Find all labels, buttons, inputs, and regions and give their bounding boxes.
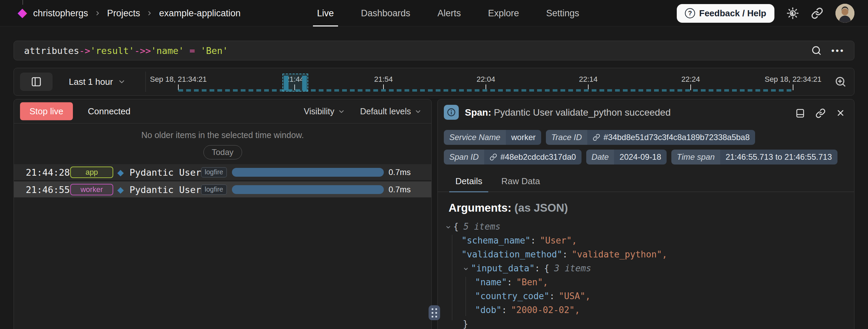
share-link-icon[interactable] (811, 7, 823, 19)
row-timestamp: 21:46:55 (26, 184, 70, 195)
breadcrumb: ◆ christophergs Projects example-applica… (18, 0, 240, 26)
span-id-badge[interactable]: Span ID #48eb2cdcdc317da0 (444, 150, 581, 164)
query-token: -> (79, 45, 91, 56)
span-diamond-icon: ◆ (117, 167, 124, 177)
stop-live-button[interactable]: Stop live (20, 102, 73, 120)
default-levels-dropdown[interactable]: Default levels (360, 107, 422, 116)
span-diamond-icon: ◆ (117, 185, 124, 194)
time-span-badge: Time span 21:46:55.713 to 21:46:55.713 (671, 150, 837, 164)
json-line: "validation_method":"validate_python", (445, 248, 854, 262)
user-avatar[interactable] (835, 4, 854, 23)
service-badge: worker (70, 184, 113, 195)
live-view-panel: Stop live Connected Visibility Default l… (14, 99, 432, 329)
tab-details[interactable]: Details (455, 176, 482, 192)
collapse-caret-icon[interactable] (445, 224, 452, 230)
json-line: "dob":"2000-02-02", (445, 303, 854, 317)
histogram-bar (302, 76, 307, 91)
service-badge: app (70, 167, 113, 178)
link-icon (593, 134, 600, 141)
logfire-tag: logfire (201, 185, 227, 195)
chevron-down-icon (338, 108, 345, 115)
search-icon[interactable] (811, 45, 822, 56)
primary-nav: Live Dashboards Alerts Explore Settings (317, 0, 579, 26)
timeline-selection[interactable] (282, 74, 308, 92)
nav-tab-explore[interactable]: Explore (488, 0, 519, 26)
row-timestamp: 21:44:28 (26, 167, 70, 177)
feedback-help-button[interactable]: ? Feedback / Help (677, 4, 774, 23)
theme-toggle-icon[interactable] (787, 7, 799, 19)
timeline-histogram-baseline (178, 89, 794, 92)
link-icon (490, 153, 497, 161)
close-icon[interactable] (836, 108, 845, 118)
span-row[interactable]: 21:44:28 app ◆ Pydantic User logfire 0.7… (14, 164, 431, 180)
question-icon: ? (685, 8, 695, 18)
indent-guide (452, 235, 452, 320)
breadcrumb-project[interactable]: example-application (159, 8, 240, 19)
logfire-tag: logfire (201, 167, 227, 177)
duration-bar (232, 185, 384, 194)
info-icon (444, 105, 459, 120)
zoom-in-icon[interactable] (834, 76, 847, 88)
span-name: Pydantic User (130, 167, 201, 177)
service-name-badge: Service Name worker (444, 130, 541, 145)
query-token: 'name' (151, 45, 184, 56)
dock-panel-icon[interactable] (795, 108, 805, 118)
today-chip[interactable]: Today (203, 145, 242, 159)
json-line: "name":"Ben", (445, 275, 854, 289)
tab-raw-data[interactable]: Raw Data (501, 176, 540, 192)
feedback-help-label: Feedback / Help (699, 8, 766, 19)
timeline-bar: Last 1 hour Sep 18, 21:34:21 21:44 21:54… (14, 68, 854, 96)
query-token: = (184, 45, 200, 56)
collapse-caret-icon[interactable] (463, 266, 470, 272)
indent-guide (466, 277, 466, 316)
pydantic-logo-icon: ◆ (18, 6, 27, 19)
detail-tabs: Details Raw Data (438, 176, 854, 192)
logfire-app: ◆ christophergs Projects example-applica… (0, 0, 868, 329)
query-token: 'Ben' (200, 45, 228, 56)
panel-resize-handle[interactable] (429, 305, 440, 320)
detail-header: Span: Pydantic User validate_python succ… (438, 99, 854, 120)
duration-bar (232, 168, 384, 177)
query-token: 'result' (90, 45, 134, 56)
span-meta-badges: Service Name worker Trace ID #34bd8e51d7… (444, 130, 848, 164)
visibility-dropdown[interactable]: Visibility (304, 107, 345, 116)
json-line: "schema_name":"User", (445, 234, 854, 248)
json-line: "country_code":"USA", (445, 289, 854, 303)
empty-state: No older items in the selected time wind… (14, 123, 431, 164)
time-range-label: Last 1 hour (69, 77, 113, 87)
json-line: {5 items (445, 220, 854, 234)
more-options-icon[interactable]: ••• (831, 45, 845, 56)
toggle-sidebar-button[interactable] (20, 73, 53, 91)
nav-tab-dashboards[interactable]: Dashboards (361, 0, 411, 26)
json-line: "input_data":{3 items (445, 262, 854, 275)
chevron-down-icon (118, 78, 126, 86)
nav-tab-settings[interactable]: Settings (546, 0, 579, 26)
copy-link-icon[interactable] (815, 108, 826, 118)
query-input[interactable]: attributes->'result'->>'name' = 'Ben' ••… (14, 41, 854, 60)
navbar-actions: ? Feedback / Help (677, 0, 854, 26)
chevron-down-icon (414, 108, 422, 115)
breadcrumb-org[interactable]: christophergs (33, 8, 88, 19)
json-viewer: {5 items "schema_name":"User", "validati… (445, 220, 854, 329)
live-panel-header: Stop live Connected Visibility Default l… (14, 99, 431, 123)
top-navbar: ◆ christophergs Projects example-applica… (0, 0, 868, 26)
timeline-track[interactable]: Sep 18, 21:34:21 21:44 21:54 22:04 22:14… (14, 68, 854, 95)
query-token: ->> (134, 45, 151, 56)
span-name: Pydantic User (130, 184, 201, 195)
span-detail-panel: Span: Pydantic User validate_python succ… (437, 99, 854, 329)
time-range-select[interactable]: Last 1 hour (69, 77, 126, 87)
query-token: attributes (24, 45, 79, 56)
trace-id-badge[interactable]: Trace ID #34bd8e51d73c3f4c8a189b72338a5b… (546, 130, 755, 145)
date-badge: Date 2024-09-18 (586, 150, 667, 164)
detail-title: Span: Pydantic User validate_python succ… (465, 107, 671, 118)
span-row-selected[interactable]: 21:46:55 worker ◆ Pydantic User logfire … (14, 181, 431, 197)
duration-label: 0.7ms (389, 185, 411, 194)
nav-tab-live[interactable]: Live (317, 0, 334, 26)
chevron-right-icon (146, 10, 153, 17)
empty-message: No older items in the selected time wind… (14, 130, 431, 140)
query-actions: ••• (811, 41, 845, 60)
arguments-heading: Arguments: (as JSON) (449, 201, 854, 214)
nav-tab-alerts[interactable]: Alerts (437, 0, 461, 26)
json-line: } (445, 317, 854, 329)
breadcrumb-projects[interactable]: Projects (107, 8, 140, 19)
